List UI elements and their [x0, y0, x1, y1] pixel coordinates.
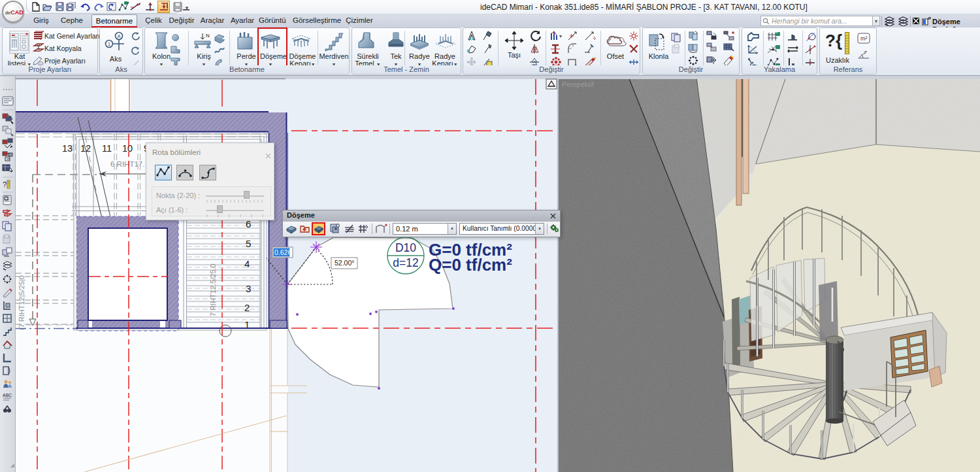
svg-text:0.626: 0.626 [274, 248, 291, 256]
svg-text:52.00°: 52.00° [335, 259, 354, 267]
svg-text:4: 4 [244, 258, 250, 269]
svg-text:(7 RIHT12|5/25|0: (7 RIHT12|5/25|0 [18, 275, 25, 330]
svg-text:6 RIHT17.: 6 RIHT17. [110, 160, 144, 168]
svg-text:5: 5 [246, 238, 251, 249]
svg-text:?: ? [864, 50, 866, 55]
svg-text:?: ? [3, 180, 7, 188]
svg-text:7 RIHT12.5/25.0: 7 RIHT12.5/25.0 [209, 263, 217, 316]
svg-text:ABC: ABC [3, 393, 12, 397]
svg-text:m²: m² [860, 35, 868, 42]
svg-text:A: A [117, 33, 121, 39]
svg-text:3: 3 [246, 283, 251, 294]
svg-text:13: 13 [62, 143, 73, 154]
svg-text:D10: D10 [395, 241, 416, 254]
svg-text:2: 2 [244, 302, 250, 313]
svg-text:N: N [206, 33, 210, 39]
svg-text:10: 10 [122, 143, 133, 154]
svg-text:11: 11 [102, 143, 112, 154]
svg-text:1: 1 [108, 41, 111, 47]
svg-text:▾: ▾ [559, 33, 562, 39]
svg-text:Q=0 tf/cm²: Q=0 tf/cm² [429, 255, 512, 275]
svg-text:d=12: d=12 [393, 256, 418, 269]
svg-text:Perspektif: Perspektif [562, 80, 595, 88]
svg-text:12: 12 [80, 143, 91, 154]
